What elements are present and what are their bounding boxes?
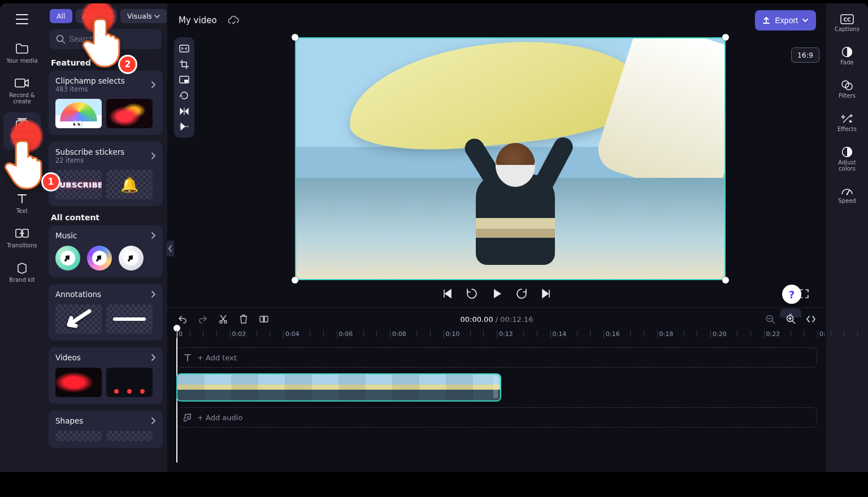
rail-transitions[interactable]: Transitions [3, 222, 41, 253]
ruler-label: 0:12 [499, 330, 513, 338]
card-title: Videos [55, 353, 81, 362]
cut-button[interactable] [217, 313, 229, 325]
track-video[interactable] [176, 373, 817, 402]
rr-adjust-colors[interactable]: Adjust colors [830, 141, 864, 177]
redo-icon [198, 315, 208, 324]
rr-effects[interactable]: Effects [830, 108, 864, 138]
redo-button[interactable] [197, 313, 209, 325]
thumb-line[interactable] [106, 304, 153, 334]
zoom-fit-button[interactable] [805, 313, 817, 325]
filters-icon [840, 79, 854, 91]
tool-flip-v[interactable] [176, 121, 192, 132]
undo-icon [177, 315, 188, 324]
card-header[interactable]: Music [55, 231, 156, 240]
rr-fade[interactable]: Fade [830, 41, 864, 71]
card-header[interactable]: Annotations [55, 290, 156, 299]
play-button[interactable] [491, 287, 503, 300]
rail-brand-kit[interactable]: Brand kit [3, 256, 41, 287]
note-icon [127, 254, 135, 262]
card-header[interactable]: Clipchamp selects 483 items [55, 76, 156, 93]
tool-crop[interactable] [176, 59, 192, 70]
thumb-video-dark[interactable] [106, 368, 153, 397]
project-name[interactable]: My video [173, 12, 223, 29]
rail-your-media[interactable]: Your media [3, 37, 41, 68]
line-icon [112, 313, 146, 325]
zoom-out-button[interactable] [764, 313, 776, 325]
zoom-in-icon [785, 314, 796, 324]
card-title: Clipchamp selects [55, 76, 125, 85]
music-category-1[interactable] [55, 246, 80, 271]
thumb-bells[interactable]: 🔔 [106, 170, 153, 199]
thumb-rainbow[interactable] [55, 99, 102, 128]
help-button[interactable]: ? [782, 285, 801, 304]
timeline-toolbar: 00:00.00 / 00:12.16 [167, 308, 826, 330]
cloud-sync-icon[interactable] [227, 15, 240, 25]
timeline-ruler[interactable]: 00:020:040:060:080:100:120:140:160:180:2… [176, 330, 817, 345]
card-header[interactable]: Videos [55, 353, 156, 362]
menu-button[interactable] [11, 8, 33, 30]
thumb-red-particles[interactable] [106, 99, 153, 128]
export-button[interactable]: Export [755, 10, 816, 30]
zoom-out-icon [765, 314, 775, 324]
thumb-shape-1[interactable] [55, 431, 102, 441]
svg-point-10 [220, 321, 222, 323]
undo-button[interactable] [176, 313, 189, 325]
zoom-in-button[interactable] [784, 313, 797, 325]
tab-visuals[interactable]: Visuals [120, 9, 167, 23]
card-clipchamp-selects: Clipchamp selects 483 items [49, 71, 163, 135]
collapse-panel-handle[interactable] [166, 241, 174, 256]
card-header[interactable]: Subscribe stickers 22 items [55, 147, 156, 164]
thumb-shape-2[interactable] [106, 431, 153, 441]
card-title: Subscribe stickers [55, 147, 124, 156]
scissors-icon [219, 314, 228, 324]
tool-pip[interactable] [176, 74, 192, 85]
tab-audio[interactable]: Audio [76, 9, 118, 23]
thumb-arrow[interactable] [55, 304, 102, 334]
rail-record-create[interactable]: Record & create [3, 72, 41, 109]
audio-icon [184, 413, 192, 422]
rewind-button[interactable] [466, 287, 478, 300]
preview-canvas[interactable] [295, 37, 726, 280]
tool-fit[interactable] [176, 43, 192, 54]
ruler-label: 0:20 [713, 330, 727, 338]
play-icon [491, 287, 503, 300]
all-content-title: All content [49, 213, 163, 225]
svg-rect-12 [260, 316, 263, 322]
selection-handle-tl[interactable] [292, 34, 298, 41]
delete-button[interactable] [237, 313, 250, 325]
skip-forward-button[interactable] [540, 289, 552, 299]
ruler-label: 0:08 [392, 330, 406, 338]
forward-button[interactable] [515, 287, 528, 300]
tab-all[interactable]: All [50, 9, 72, 23]
rail-text[interactable]: Text [3, 188, 41, 219]
rotate-icon [179, 90, 189, 101]
thumb-video-red[interactable] [55, 368, 102, 397]
rr-speed[interactable]: Speed [830, 181, 864, 210]
track-audio[interactable]: + Add audio [176, 407, 817, 428]
music-category-3[interactable] [119, 246, 144, 271]
video-clip[interactable] [176, 373, 501, 402]
chevron-right-icon [150, 417, 156, 425]
featured-title: Featured [49, 58, 163, 71]
folder-icon [14, 41, 30, 56]
rr-captions[interactable]: CC Captions [830, 9, 864, 38]
ruler-label: 0:10 [446, 330, 460, 338]
card-subtitle: 483 items [55, 85, 125, 93]
music-category-2[interactable] [87, 246, 112, 271]
card-header[interactable]: Shapes [55, 416, 156, 425]
card-title: Music [55, 231, 77, 240]
split-button[interactable] [258, 313, 270, 325]
track-text[interactable]: + Add text [176, 347, 817, 368]
adjust-icon [841, 146, 853, 158]
search-input[interactable] [50, 29, 162, 49]
skip-back-button[interactable] [442, 289, 453, 299]
tool-rotate[interactable] [176, 90, 192, 101]
chevron-down-icon [154, 14, 160, 19]
selection-handle-tr[interactable] [722, 34, 729, 41]
crop-icon [179, 59, 189, 69]
ruler-label: 0:16 [606, 330, 620, 338]
thumb-subscribe[interactable]: SUBSCRIBE [55, 170, 102, 199]
rr-filters[interactable]: Filters [830, 75, 864, 104]
tool-flip-h[interactable] [176, 106, 192, 117]
rail-content-library[interactable]: Content library [3, 112, 41, 150]
